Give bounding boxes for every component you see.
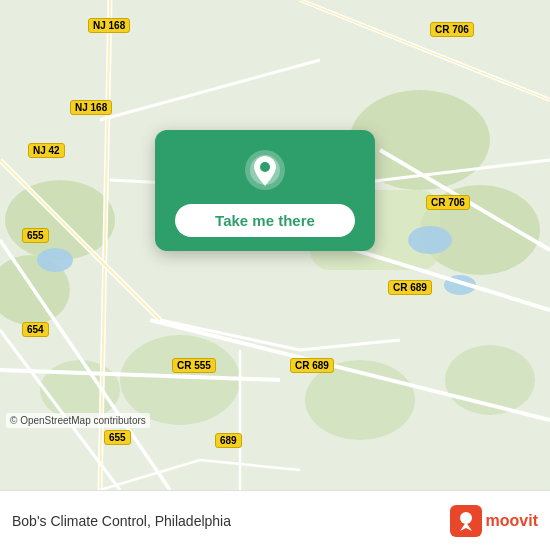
moovit-text: moovit xyxy=(486,512,538,530)
road-label-cr689-mid: CR 689 xyxy=(290,358,334,373)
take-me-there-button[interactable]: Take me there xyxy=(175,204,355,237)
road-label-655-left: 655 xyxy=(22,228,49,243)
location-info-text: Bob's Climate Control, Philadelphia xyxy=(12,513,231,529)
road-label-nj42: NJ 42 xyxy=(28,143,65,158)
moovit-logo: moovit xyxy=(450,505,538,537)
svg-point-11 xyxy=(408,226,452,254)
svg-point-6 xyxy=(120,335,240,425)
info-bar: Bob's Climate Control, Philadelphia moov… xyxy=(0,490,550,550)
road-label-655-bot: 655 xyxy=(104,430,131,445)
moovit-icon xyxy=(450,505,482,537)
svg-point-10 xyxy=(37,248,73,272)
road-label-nj168-mid: NJ 168 xyxy=(70,100,112,115)
svg-point-7 xyxy=(40,360,120,420)
svg-point-35 xyxy=(260,162,270,172)
road-label-cr689-right: CR 689 xyxy=(388,280,432,295)
road-label-nj168-top: NJ 168 xyxy=(88,18,130,33)
map-container: NJ 168 CR 706 NJ 168 NJ 42 655 CR 706 CR… xyxy=(0,0,550,490)
map-attribution: © OpenStreetMap contributors xyxy=(6,413,150,428)
road-label-cr706-top: CR 706 xyxy=(430,22,474,37)
road-label-689-bot: 689 xyxy=(215,433,242,448)
road-label-cr706-right: CR 706 xyxy=(426,195,470,210)
road-label-cr555: CR 555 xyxy=(172,358,216,373)
popup-card: Take me there xyxy=(155,130,375,251)
location-pin-icon xyxy=(243,148,287,192)
road-label-654-left: 654 xyxy=(22,322,49,337)
